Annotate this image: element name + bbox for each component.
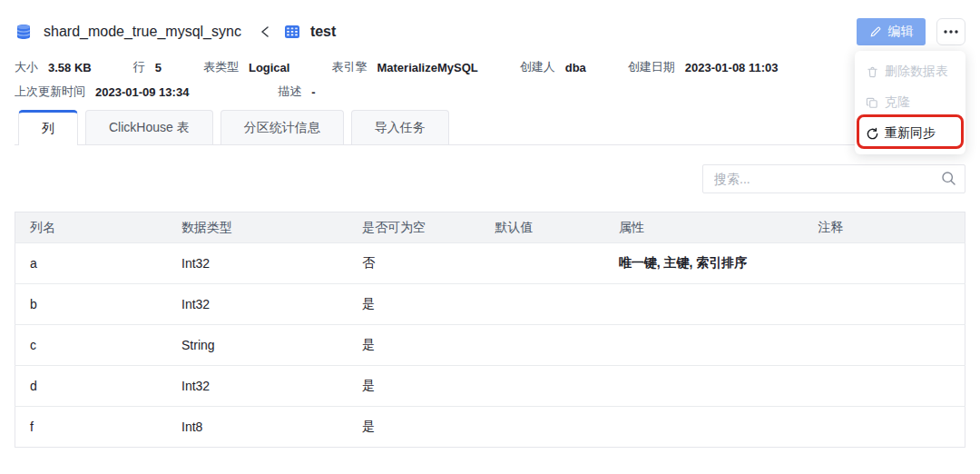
cell-name: d (15, 366, 168, 407)
cell-comment (803, 325, 965, 366)
cell-name: f (15, 407, 168, 448)
tab-import-tasks[interactable]: 导入任务 (351, 110, 449, 144)
cell-nullable: 是 (348, 366, 481, 407)
menu-item-delete-table[interactable]: 删除数据表 (866, 56, 955, 87)
search-input[interactable] (702, 164, 965, 193)
table-row: f Int8 是 (15, 407, 965, 448)
cell-attributes (604, 366, 804, 407)
cell-attributes (604, 284, 804, 325)
cell-default (481, 243, 604, 284)
cell-comment (803, 284, 965, 325)
column-header-datatype: 数据类型 (167, 212, 348, 243)
header-actions: 编辑 (857, 18, 965, 45)
clone-icon (866, 96, 879, 110)
menu-item-label: 删除数据表 (885, 64, 948, 80)
page-header: shard_mode_true_mysql_sync te (15, 18, 965, 45)
table-icon (283, 23, 301, 41)
tab-bar: 列 ClickHouse 表 分区统计信息 导入任务 (15, 110, 965, 145)
cell-nullable: 是 (348, 284, 481, 325)
cell-datatype: Int8 (167, 407, 348, 448)
cell-attributes (604, 325, 804, 366)
table-row: a Int32 否 唯一键, 主键, 索引排序 (15, 243, 965, 284)
edit-icon (869, 25, 882, 38)
meta-creator: 创建人 dba (520, 59, 586, 75)
search-icon[interactable] (941, 171, 956, 190)
columns-table: 列名 数据类型 是否可为空 默认值 属性 注释 a Int32 否 唯一键, 主… (15, 212, 965, 448)
search-box (702, 164, 965, 193)
cell-attributes: 唯一键, 主键, 索引排序 (604, 243, 804, 284)
tab-columns[interactable]: 列 (18, 110, 78, 145)
tab-clickhouse-table[interactable]: ClickHouse 表 (85, 110, 213, 144)
table-row: b Int32 是 (15, 284, 965, 325)
column-header-default: 默认值 (481, 212, 604, 243)
table-detail-page: shard_mode_true_mysql_sync te (0, 0, 980, 474)
table-header-row: 列名 数据类型 是否可为空 默认值 属性 注释 (15, 212, 965, 243)
table-row: d Int32 是 (15, 366, 965, 407)
cell-nullable: 否 (348, 243, 481, 284)
resync-icon (866, 127, 879, 141)
cell-default (481, 325, 604, 366)
meta-row: 上次更新时间 2023-01-09 13:34 描述 - (15, 84, 965, 100)
menu-item-label: 克隆 (885, 94, 910, 111)
column-header-comment: 注释 (803, 212, 965, 243)
cell-attributes (604, 407, 804, 448)
cell-datatype: Int32 (167, 366, 348, 407)
cell-name: c (15, 325, 168, 366)
cell-name: b (15, 284, 168, 325)
meta-table-type: 表类型 Logical (203, 59, 290, 75)
cell-datatype: Int32 (167, 243, 348, 284)
menu-item-clone[interactable]: 克隆 (866, 87, 955, 118)
column-header-attributes: 属性 (604, 212, 804, 243)
meta-table-engine: 表引擎 MaterializeMySQL (331, 59, 477, 75)
database-icon (15, 23, 33, 41)
page-title: test (310, 24, 336, 40)
cell-default (481, 407, 604, 448)
cell-comment (803, 243, 965, 284)
edit-button-label: 编辑 (888, 24, 914, 40)
meta-description: 描述 - (278, 84, 315, 100)
cell-nullable: 是 (348, 325, 481, 366)
cell-name: a (15, 243, 168, 284)
menu-item-resync[interactable]: 重新同步 (866, 118, 955, 149)
edit-button[interactable]: 编辑 (857, 18, 926, 45)
column-header-name: 列名 (15, 212, 168, 243)
table-meta: 大小 3.58 KB 行 5 表类型 Logical 表引擎 Materiali… (15, 59, 965, 100)
database-name[interactable]: shard_mode_true_mysql_sync (44, 24, 241, 40)
cell-comment (803, 366, 965, 407)
table-row: c String 是 (15, 325, 965, 366)
breadcrumb-back-icon[interactable] (260, 25, 270, 38)
meta-size: 大小 3.58 KB (15, 59, 92, 75)
meta-last-updated: 上次更新时间 2023-01-09 13:34 (15, 84, 189, 100)
meta-create-date: 创建日期 2023-01-08 11:03 (628, 59, 779, 75)
meta-rows-count: 行 5 (133, 59, 162, 75)
cell-default (481, 284, 604, 325)
cell-comment (803, 407, 965, 448)
menu-item-label: 重新同步 (885, 125, 936, 142)
cell-datatype: String (167, 325, 348, 366)
toolbar (15, 164, 965, 193)
cell-datatype: Int32 (167, 284, 348, 325)
more-button[interactable] (936, 18, 965, 45)
delete-icon (866, 65, 879, 79)
tab-partition-stats[interactable]: 分区统计信息 (220, 110, 344, 144)
more-icon (944, 30, 958, 34)
cell-nullable: 是 (348, 407, 481, 448)
meta-row: 大小 3.58 KB 行 5 表类型 Logical 表引擎 Materiali… (15, 59, 965, 75)
cell-default (481, 366, 604, 407)
more-actions-menu: 删除数据表 克隆 重新同步 (855, 51, 965, 154)
breadcrumb: shard_mode_true_mysql_sync te (15, 23, 336, 41)
column-header-nullable: 是否可为空 (348, 212, 481, 243)
